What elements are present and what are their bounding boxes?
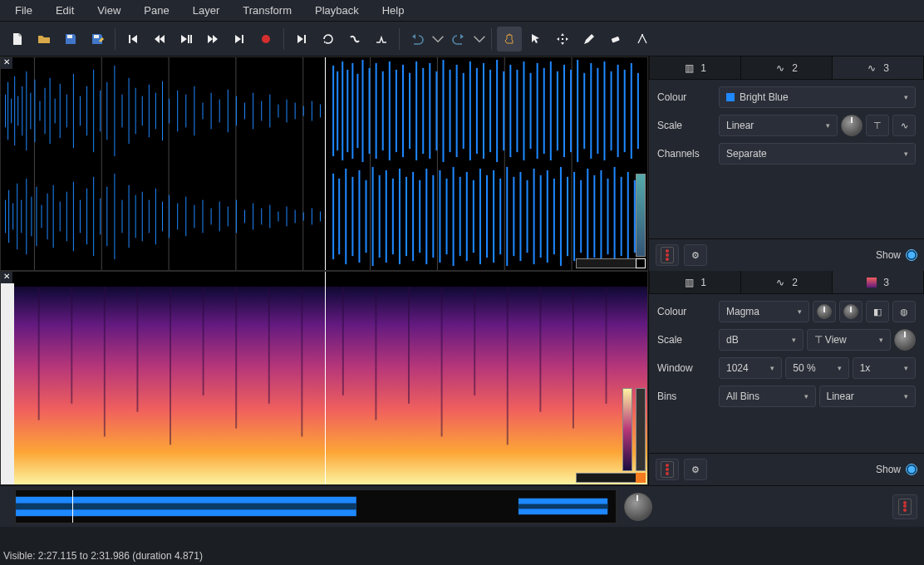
waveform-small-icon: ∿ (775, 63, 785, 73)
show-toggle[interactable] (906, 249, 917, 261)
svg-rect-84 (435, 71, 437, 150)
open-file-icon[interactable] (32, 27, 57, 52)
rewind-icon[interactable] (147, 27, 172, 52)
spectro-colour-select[interactable]: Magma▾ (719, 301, 809, 322)
svg-rect-20 (7, 82, 8, 140)
playhead[interactable] (325, 57, 326, 270)
menu-playback[interactable]: Playback (303, 2, 371, 19)
scale-select[interactable]: Linear▾ (719, 115, 838, 136)
menu-edit[interactable]: Edit (44, 2, 86, 19)
vertical-zoom-waveform[interactable] (636, 174, 646, 257)
spectro-tab-1[interactable]: ▥1 (649, 271, 741, 293)
menu-layer[interactable]: Layer (181, 2, 232, 19)
svg-rect-53 (211, 93, 212, 130)
hand-tool-icon[interactable] (497, 27, 522, 52)
undo-icon[interactable] (405, 27, 430, 52)
spectro-tab-2[interactable]: ∿2 (741, 271, 833, 293)
pane-corner-icon[interactable] (636, 258, 646, 268)
pencil-tool-icon[interactable] (577, 27, 602, 52)
colour-scale-spectrogram[interactable] (622, 388, 632, 471)
menu-view[interactable]: View (86, 2, 132, 19)
bins-scale-select[interactable]: Linear▾ (819, 386, 917, 407)
move-tool-icon[interactable] (550, 27, 575, 52)
align-icon[interactable] (369, 27, 394, 52)
svg-rect-140 (155, 189, 156, 244)
redo-drop-icon[interactable] (473, 27, 486, 52)
layer-settings-button[interactable]: ⚙ (684, 459, 707, 480)
svg-rect-50 (185, 95, 186, 128)
waveform-tab-1[interactable]: ▥1 (649, 56, 741, 79)
svg-rect-127 (66, 192, 67, 242)
menu-transform[interactable]: Transform (231, 2, 303, 19)
record-icon[interactable] (253, 27, 278, 52)
svg-rect-183 (479, 169, 481, 264)
colour-cycle-btn[interactable]: ◍ (892, 301, 916, 322)
playback-speed-knob[interactable] (624, 493, 652, 521)
colour-invert-btn[interactable]: ◧ (866, 301, 889, 322)
fast-forward-icon[interactable] (200, 27, 225, 52)
window-overlap-select[interactable]: 50 %▾ (785, 357, 848, 379)
svg-rect-22 (14, 76, 15, 145)
playhead[interactable] (325, 272, 326, 484)
colour-select[interactable]: Bright Blue▾ (719, 86, 916, 108)
save-as-icon[interactable] (85, 27, 110, 52)
svg-rect-41 (121, 95, 122, 128)
solo-icon[interactable] (342, 27, 367, 52)
svg-rect-150 (236, 200, 237, 233)
close-pane-icon[interactable]: ✕ (1, 57, 12, 69)
spectro-gain-knob[interactable] (894, 329, 916, 351)
svg-rect-139 (149, 200, 150, 233)
spectrogram-pane[interactable]: ✕ (0, 271, 648, 485)
vertical-zoom-spectrogram[interactable] (636, 388, 646, 471)
window-oversample-select[interactable]: 1x▾ (853, 357, 916, 379)
menu-help[interactable]: Help (371, 2, 416, 19)
overview-playhead[interactable] (72, 490, 73, 523)
svg-rect-0 (67, 35, 72, 38)
svg-rect-125 (53, 185, 54, 248)
window-size-select[interactable]: 1024▾ (719, 357, 782, 379)
pane-corner-icon[interactable] (636, 473, 646, 483)
svg-rect-199 (587, 169, 588, 264)
spectro-scale-select[interactable]: dB▾ (719, 329, 804, 351)
menu-pane[interactable]: Pane (132, 2, 180, 19)
waveform-pane[interactable]: ✕ (0, 56, 648, 271)
bins-mode-select[interactable]: All Bins▾ (719, 386, 816, 407)
skip-start-icon[interactable] (120, 27, 145, 52)
close-pane-icon[interactable]: ✕ (1, 272, 12, 283)
spectro-tab-3[interactable]: 3 (833, 271, 924, 293)
svg-rect-121 (31, 197, 32, 237)
redo-icon[interactable] (446, 27, 471, 52)
layer-settings-button[interactable]: ⚙ (684, 244, 707, 266)
save-file-icon[interactable] (58, 27, 83, 52)
gain-knob[interactable] (841, 115, 863, 136)
overview-led-button[interactable] (892, 494, 917, 519)
spectro-view-select[interactable]: ⊤ View▾ (807, 329, 892, 351)
eraser-tool-icon[interactable] (603, 27, 628, 52)
new-file-icon[interactable] (5, 27, 30, 52)
waveform-tab-3[interactable]: ∿3 (833, 56, 924, 79)
svg-rect-108 (597, 68, 598, 154)
overview-pane[interactable] (15, 489, 617, 523)
play-selection-icon[interactable] (289, 27, 314, 52)
measure-tool-icon[interactable] (630, 27, 655, 52)
waveform-tab-2[interactable]: ∿2 (741, 56, 833, 79)
channels-select[interactable]: Separate▾ (719, 143, 916, 165)
normalize-button[interactable]: ⊤ (866, 115, 889, 136)
svg-rect-226 (14, 272, 647, 287)
threshold-knob-a[interactable] (813, 301, 836, 322)
skip-end-icon[interactable] (227, 27, 252, 52)
invert-button[interactable]: ∿ (892, 115, 916, 136)
menu-file[interactable]: File (3, 2, 44, 19)
pointer-tool-icon[interactable] (523, 27, 548, 52)
loop-icon[interactable] (316, 27, 341, 52)
layer-led-button[interactable] (656, 244, 679, 266)
play-pause-icon[interactable] (174, 27, 199, 52)
layer-led-button[interactable] (656, 459, 679, 480)
svg-rect-34 (73, 74, 74, 148)
svg-rect-179 (453, 167, 455, 266)
show-toggle[interactable] (906, 464, 917, 475)
svg-rect-128 (73, 182, 74, 251)
threshold-knob-b[interactable] (839, 301, 863, 322)
undo-drop-icon[interactable] (431, 27, 445, 52)
svg-rect-32 (60, 84, 61, 138)
